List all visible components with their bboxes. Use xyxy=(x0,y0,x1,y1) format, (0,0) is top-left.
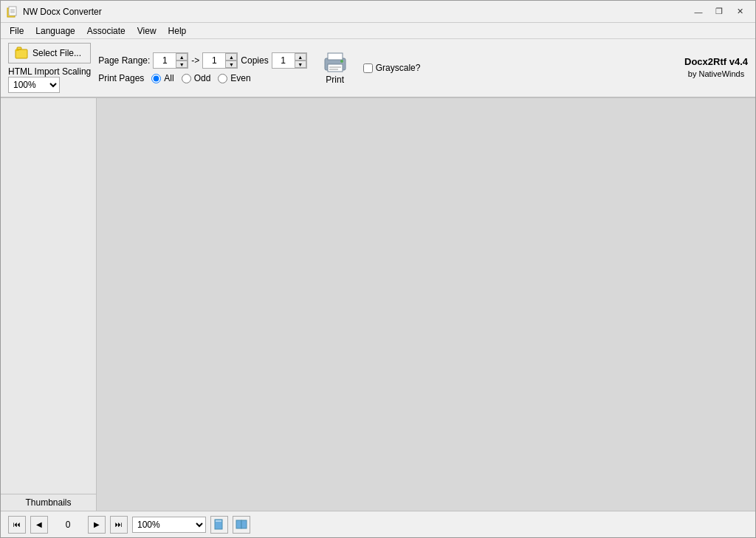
copies-down[interactable]: ▼ xyxy=(295,61,306,68)
copies-input[interactable] xyxy=(272,53,295,68)
menu-file[interactable]: File xyxy=(4,24,30,38)
page-range-to-input[interactable] xyxy=(203,53,225,68)
title-bar-left: NW Docx Converter xyxy=(7,6,102,18)
svg-rect-16 xyxy=(241,520,247,528)
last-page-button[interactable]: ⏭ xyxy=(110,516,128,534)
page-range-to-down[interactable]: ▼ xyxy=(225,61,237,68)
main-area: ◄ Thumbnails xyxy=(1,98,755,511)
grayscale-label: Grayscale? xyxy=(376,63,421,73)
view-single-button[interactable] xyxy=(210,516,228,534)
grayscale-group: Grayscale? xyxy=(363,63,421,73)
copies-label: Copies xyxy=(241,55,268,66)
menu-view[interactable]: View xyxy=(131,24,162,38)
radio-all-label: All xyxy=(164,73,173,83)
radio-all-group[interactable]: All xyxy=(151,73,173,83)
prev-page-button[interactable]: ◀ xyxy=(30,516,48,534)
preview-area xyxy=(97,98,755,511)
thumbnail-panel: ◄ Thumbnails xyxy=(1,98,97,511)
menu-help[interactable]: Help xyxy=(162,24,193,38)
toolbar-middle: Page Range: ▲ ▼ -> ▲ ▼ Copies ▲ xyxy=(98,52,306,83)
svg-rect-9 xyxy=(328,53,343,60)
title-bar: NW Docx Converter — ❐ ✕ xyxy=(1,1,755,23)
branding-title: Docx2Rtf v4.4 xyxy=(684,55,748,69)
print-button[interactable]: Print xyxy=(322,51,348,85)
radio-even-label: Even xyxy=(230,73,250,83)
select-file-label: Select File... xyxy=(32,48,81,58)
print-pages-label: Print Pages xyxy=(98,73,144,83)
copies-up[interactable]: ▲ xyxy=(295,53,306,61)
folder-icon xyxy=(15,46,30,61)
branding: Docx2Rtf v4.4 by NativeWinds xyxy=(684,55,748,80)
page-range-from-input[interactable] xyxy=(154,53,176,68)
radio-even[interactable] xyxy=(218,74,227,83)
next-page-button[interactable]: ▶ xyxy=(88,516,106,534)
branding-sub: by NativeWinds xyxy=(684,69,748,80)
toolbar-left: Select File... HTML Import Scaling 100% … xyxy=(8,43,91,93)
first-page-button[interactable]: ⏮ xyxy=(8,516,26,534)
svg-point-10 xyxy=(340,60,343,63)
menu-associate[interactable]: Associate xyxy=(81,24,131,38)
thumbnail-scroll-area[interactable]: ◄ xyxy=(1,98,96,494)
bottom-bar: ⏮ ◀ 0 ▶ ⏭ 100% 50% 75% 125% 150% 200% xyxy=(1,511,755,537)
single-page-icon xyxy=(213,519,225,531)
thumbnail-label: Thumbnails xyxy=(1,494,96,511)
radio-odd[interactable] xyxy=(182,74,191,83)
page-range-from-up[interactable]: ▲ xyxy=(176,53,188,61)
preview-content xyxy=(97,98,755,511)
app-icon xyxy=(7,6,18,18)
page-range-to-up[interactable]: ▲ xyxy=(225,53,237,61)
page-counter: 0 xyxy=(57,520,79,530)
view-double-button[interactable] xyxy=(233,516,250,534)
scaling-select[interactable]: 100% 50% 75% 125% 150% 200% xyxy=(8,77,60,93)
svg-rect-15 xyxy=(236,520,241,528)
print-label: Print xyxy=(326,75,344,85)
maximize-button[interactable]: ❐ xyxy=(709,4,729,20)
radio-all[interactable] xyxy=(151,74,161,83)
page-range-from-down[interactable]: ▼ xyxy=(176,61,188,68)
page-range-row: Page Range: ▲ ▼ -> ▲ ▼ Copies ▲ xyxy=(98,52,306,69)
html-scaling-label: HTML Import Scaling xyxy=(8,66,91,77)
print-pages-row: Print Pages All Odd Even xyxy=(98,73,306,83)
toolbar: Select File... HTML Import Scaling 100% … xyxy=(1,39,755,98)
page-range-from-spinbtns: ▲ ▼ xyxy=(176,53,188,68)
page-range-to-spinner: ▲ ▼ xyxy=(202,52,238,69)
page-range-arrow: -> xyxy=(191,55,199,66)
menu-language[interactable]: Language xyxy=(30,24,80,38)
printer-icon xyxy=(322,51,348,75)
close-button[interactable]: ✕ xyxy=(730,4,749,20)
copies-spinbtns: ▲ ▼ xyxy=(295,53,306,68)
minimize-button[interactable]: — xyxy=(689,4,708,20)
zoom-select[interactable]: 100% 50% 75% 125% 150% 200% xyxy=(132,517,206,533)
html-scaling-group: HTML Import Scaling 100% 50% 75% 125% 15… xyxy=(8,66,91,93)
svg-rect-14 xyxy=(216,520,221,522)
svg-rect-11 xyxy=(329,66,341,68)
menu-bar: File Language Associate View Help xyxy=(1,23,755,39)
page-range-label: Page Range: xyxy=(98,55,150,66)
radio-odd-label: Odd xyxy=(194,73,211,83)
svg-rect-12 xyxy=(329,69,338,70)
radio-odd-group[interactable]: Odd xyxy=(182,73,211,83)
title-bar-controls: — ❐ ✕ xyxy=(689,4,749,20)
app-title: NW Docx Converter xyxy=(23,7,102,17)
double-page-icon xyxy=(236,519,247,531)
svg-rect-6 xyxy=(17,47,21,49)
copies-spinner: ▲ ▼ xyxy=(272,52,307,69)
page-range-from-spinner: ▲ ▼ xyxy=(153,52,188,69)
page-range-to-spinbtns: ▲ ▼ xyxy=(225,53,237,68)
select-file-button[interactable]: Select File... xyxy=(8,43,91,63)
grayscale-checkbox[interactable] xyxy=(363,63,373,73)
radio-even-group[interactable]: Even xyxy=(218,73,250,83)
